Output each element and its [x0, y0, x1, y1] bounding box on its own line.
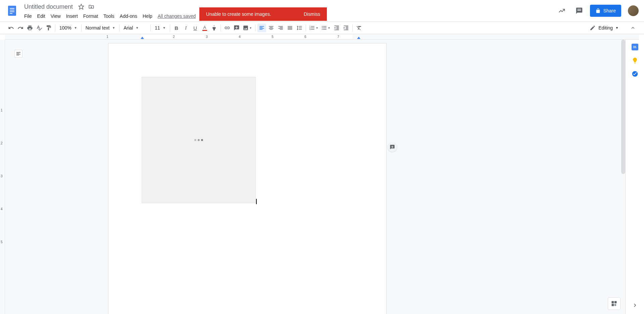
bulleted-list-button[interactable]: ▼	[320, 24, 332, 32]
svg-marker-5	[79, 4, 84, 9]
menu-insert[interactable]: Insert	[63, 12, 81, 20]
image-button[interactable]: ▼	[242, 24, 253, 32]
explore-button[interactable]	[608, 297, 621, 310]
align-left-button[interactable]	[257, 24, 266, 32]
menubar: File Edit View Insert Format Tools Add-o…	[21, 12, 196, 20]
menu-tools[interactable]: Tools	[101, 12, 117, 20]
keep-icon[interactable]	[632, 57, 638, 64]
font-size-dropdown[interactable]: 11▼	[153, 24, 168, 32]
canvas-area	[5, 40, 625, 314]
font-dropdown[interactable]: Arial▼	[121, 24, 148, 32]
document-page[interactable]	[108, 43, 387, 314]
bold-button[interactable]: B	[172, 24, 181, 32]
loading-dots-icon	[194, 139, 203, 141]
user-avatar[interactable]	[628, 5, 639, 16]
save-status[interactable]: All changes saved	[158, 13, 196, 19]
zoom-dropdown[interactable]: 100%▼	[57, 24, 79, 32]
side-panel: 31	[625, 40, 644, 314]
align-right-button[interactable]	[276, 24, 285, 32]
toolbar: 100%▼ Normal text▼ Arial▼ 11▼ B I U A ▼ …	[0, 21, 644, 34]
italic-button[interactable]: I	[182, 24, 190, 32]
add-comment-button[interactable]	[232, 24, 241, 32]
share-label: Share	[603, 8, 616, 13]
left-indent-marker[interactable]	[141, 37, 144, 39]
paint-format-button[interactable]	[44, 24, 53, 32]
collapse-toolbar-button[interactable]	[629, 24, 637, 32]
svg-rect-2	[10, 10, 14, 10]
decrease-indent-button[interactable]	[332, 24, 341, 32]
link-button[interactable]	[223, 24, 232, 32]
add-comment-floating-button[interactable]	[388, 142, 397, 152]
svg-rect-1	[10, 8, 14, 9]
error-banner: Unable to create some images. Dismiss	[199, 7, 327, 21]
align-justify-button[interactable]	[286, 24, 294, 32]
menu-help[interactable]: Help	[140, 12, 155, 20]
svg-rect-7	[612, 301, 614, 304]
calendar-icon[interactable]: 31	[632, 44, 638, 50]
increase-indent-button[interactable]	[342, 24, 350, 32]
svg-rect-9	[612, 304, 614, 306]
align-center-button[interactable]	[267, 24, 276, 32]
activity-icon[interactable]	[555, 4, 568, 17]
vertical-ruler[interactable]: 1 2 3 4 5	[0, 40, 5, 314]
outline-toggle-button[interactable]	[14, 50, 22, 58]
svg-rect-8	[614, 301, 617, 304]
menu-format[interactable]: Format	[81, 12, 101, 20]
undo-button[interactable]	[7, 24, 15, 32]
menu-edit[interactable]: Edit	[35, 12, 48, 20]
star-icon[interactable]	[77, 2, 86, 11]
numbered-list-button[interactable]: ▼	[308, 24, 319, 32]
docs-logo-icon[interactable]	[5, 4, 19, 17]
tasks-icon[interactable]	[632, 71, 638, 77]
dismiss-button[interactable]: Dismiss	[304, 11, 320, 17]
document-title[interactable]: Untitled document	[21, 3, 76, 11]
menu-view[interactable]: View	[48, 12, 63, 20]
styles-dropdown[interactable]: Normal text▼	[84, 24, 117, 32]
svg-rect-4	[10, 13, 12, 14]
move-icon[interactable]	[87, 2, 96, 11]
menu-addons[interactable]: Add-ons	[117, 12, 140, 20]
spellcheck-button[interactable]	[35, 24, 44, 32]
svg-rect-3	[10, 11, 14, 12]
line-spacing-button[interactable]	[295, 24, 304, 32]
right-indent-marker[interactable]	[357, 37, 360, 39]
underline-button[interactable]: U	[191, 24, 200, 32]
comments-icon[interactable]	[573, 4, 586, 17]
error-message: Unable to create some images.	[206, 11, 271, 17]
image-placeholder[interactable]	[142, 77, 256, 203]
svg-rect-0	[8, 6, 16, 16]
highlight-button[interactable]	[210, 24, 218, 32]
title-area: Untitled document File Edit View Insert …	[21, 1, 196, 20]
side-panel-expand-icon[interactable]	[632, 302, 638, 309]
text-cursor	[256, 199, 257, 204]
clear-formatting-button[interactable]	[355, 24, 363, 32]
vertical-scrollbar[interactable]	[621, 40, 625, 174]
horizontal-ruler[interactable]: 1 2 3 4 5 6 7	[5, 34, 639, 40]
redo-button[interactable]	[16, 24, 25, 32]
editing-mode-dropdown[interactable]: Editing ▼	[586, 23, 623, 33]
share-button[interactable]: Share	[590, 5, 621, 17]
text-color-button[interactable]: A	[200, 24, 209, 32]
print-button[interactable]	[26, 24, 34, 32]
menu-file[interactable]: File	[21, 12, 35, 20]
